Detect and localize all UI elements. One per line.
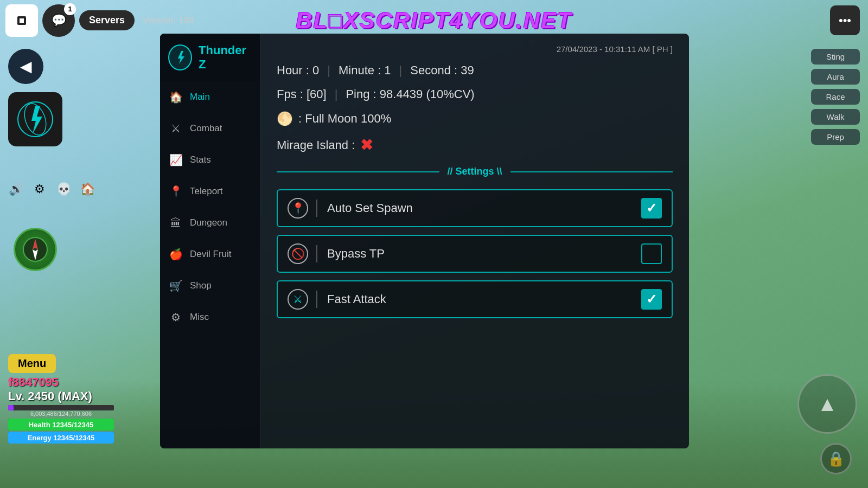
main-nav-label: Main: [190, 92, 210, 102]
right-side-hud: Sting Aura Race Walk Prep: [811, 49, 860, 145]
fps-ping-line: Fps : [60] | Ping : 98.4439 (10%CV): [277, 87, 673, 101]
mirage-label: Mirage Island :: [277, 138, 355, 152]
setting-row-auto-set-spawn[interactable]: 📍 Auto Set Spawn ✓: [277, 189, 673, 227]
sidebar-item-devil-fruit[interactable]: 🍎 Devil Fruit: [160, 239, 260, 270]
auto-set-spawn-checkbox[interactable]: ✓: [641, 198, 662, 219]
divider-left: [277, 171, 439, 172]
left-icons-row: 🔊 ⚙ 💀 🏠: [5, 179, 98, 200]
check-icon: ✓: [646, 201, 657, 216]
left-hud: ◀: [8, 49, 62, 152]
setting-row-bypass-tp[interactable]: 🚫 Bypass TP: [277, 235, 673, 273]
ping-label: Ping : 98.4439 (10%CV): [346, 87, 474, 101]
servers-button[interactable]: Servers: [79, 10, 135, 30]
shop-nav-label: Shop: [190, 280, 212, 291]
lock-icon[interactable]: 🔒: [820, 443, 852, 474]
walk-button[interactable]: Walk: [811, 109, 860, 125]
energy-text: Energy 12345/12345: [8, 432, 114, 444]
gear-icon[interactable]: ⚙: [29, 179, 50, 200]
stats-nav-icon: 📈: [168, 152, 183, 168]
svg-rect-2: [20, 18, 24, 23]
divider-right: [510, 171, 673, 172]
health-bar-wrap: Health 12345/12345: [8, 419, 114, 431]
thunder-logo: [168, 44, 192, 70]
mirage-line: Mirage Island : ✖: [277, 136, 673, 154]
joystick[interactable]: ▲: [797, 374, 857, 434]
sidebar-item-combat[interactable]: ⚔ Combat: [160, 113, 260, 144]
panel-title: Thunder Z: [199, 43, 252, 72]
dungeon-nav-icon: 🏛: [168, 215, 183, 230]
moon-icon: 🌕: [277, 111, 293, 126]
sep2: |: [399, 63, 403, 78]
player-id: f8847095: [8, 375, 114, 389]
content-area: 27/04/2023 - 10:31:11 AM [ PH ] Hour : 0…: [260, 34, 689, 448]
bypass-tp-checkbox[interactable]: [641, 243, 662, 264]
shop-nav-icon: 🛒: [168, 278, 183, 293]
time-info-line: Hour : 0 | Minute : 1 | Second : 39: [277, 63, 673, 78]
sidebar-item-stats[interactable]: 📈 Stats: [160, 144, 260, 176]
svg-marker-5: [31, 106, 42, 134]
more-button[interactable]: •••: [830, 5, 860, 35]
prep-button[interactable]: Prep: [811, 129, 860, 145]
fps-label: Fps : [60]: [277, 87, 327, 101]
datetime-row: 27/04/2023 - 10:31:11 AM [ PH ]: [277, 44, 673, 54]
settings-label: // Settings \\: [448, 166, 502, 177]
teleport-nav-icon: 📍: [168, 184, 183, 199]
devil-fruit-nav-icon: 🍎: [168, 247, 183, 262]
sidebar-item-shop[interactable]: 🛒 Shop: [160, 270, 260, 301]
bypass-tp-label: Bypass TP: [327, 247, 641, 261]
aura-button[interactable]: Aura: [811, 69, 860, 85]
player-level: Lv. 2450 (MAX): [8, 389, 114, 403]
nav-items-container: 🏠 Main ⚔ Combat 📈 Stats 📍 Teleport 🏛 Dun…: [160, 81, 260, 333]
bypass-tp-divider: [316, 245, 317, 262]
devil-fruit-nav-label: Devil Fruit: [190, 249, 232, 260]
version-text: Version: 198: [143, 15, 194, 26]
setting-row-fast-attack[interactable]: ⚔ Fast Attack ✓: [277, 280, 673, 318]
sep3: |: [335, 87, 338, 101]
sidebar-nav: Thunder Z 🏠 Main ⚔ Combat 📈 Stats 📍 Tele…: [160, 34, 260, 448]
sidebar-item-teleport[interactable]: 📍 Teleport: [160, 176, 260, 207]
sound-icon[interactable]: 🔊: [5, 179, 26, 200]
sidebar-item-misc[interactable]: ⚙ Misc: [160, 301, 260, 333]
sep1: |: [327, 63, 330, 78]
fast-attack-icon: ⚔: [288, 289, 308, 310]
misc-nav-label: Misc: [190, 312, 209, 323]
chat-button[interactable]: 💬 1: [42, 4, 75, 37]
roblox-icon[interactable]: [5, 4, 38, 37]
combat-nav-icon: ⚔: [168, 121, 183, 136]
moon-label: : Full Moon 100%: [298, 112, 391, 126]
second-label: Second : 39: [410, 63, 474, 78]
moon-line: 🌕 : Full Moon 100%: [277, 111, 673, 126]
combat-nav-label: Combat: [190, 123, 222, 134]
settings-divider: // Settings \\: [277, 166, 673, 177]
sidebar-item-main[interactable]: 🏠 Main: [160, 81, 260, 113]
joystick-arrow-icon: ▲: [817, 393, 838, 416]
fast-attack-label: Fast Attack: [327, 292, 641, 306]
menu-button[interactable]: Menu: [8, 354, 56, 373]
sting-button[interactable]: Sting: [811, 49, 860, 65]
house-icon[interactable]: 🏠: [77, 179, 98, 200]
main-panel: Thunder Z 🏠 Main ⚔ Combat 📈 Stats 📍 Tele…: [160, 34, 689, 448]
site-title: BL□XSCRIPT4YOU.NET: [296, 8, 572, 34]
right-controls: ▲: [797, 374, 857, 434]
fast-attack-checkbox[interactable]: ✓: [641, 289, 662, 310]
chat-badge: 1: [64, 3, 76, 15]
race-button[interactable]: Race: [811, 89, 860, 105]
compass: [14, 228, 57, 271]
auto-set-spawn-divider: [316, 200, 317, 217]
svg-marker-9: [178, 51, 184, 64]
sidebar-item-dungeon[interactable]: 🏛 Dungeon: [160, 207, 260, 239]
check-icon: ✓: [646, 292, 657, 307]
hour-label: Hour : 0: [277, 63, 319, 78]
panel-header: Thunder Z: [160, 34, 260, 81]
main-nav-icon: 🏠: [168, 89, 183, 105]
settings-rows-container: 📍 Auto Set Spawn ✓ 🚫 Bypass TP ⚔ Fast At…: [277, 189, 673, 318]
energy-bar-wrap: Energy 12345/12345: [8, 432, 114, 444]
auto-set-spawn-label: Auto Set Spawn: [327, 201, 641, 215]
teleport-nav-label: Teleport: [190, 186, 222, 197]
back-arrow-button[interactable]: ◀: [8, 49, 43, 84]
dungeon-nav-label: Dungeon: [190, 217, 227, 228]
auto-set-spawn-icon: 📍: [288, 198, 308, 219]
thunder-icon-box: [8, 92, 62, 146]
skull-icon[interactable]: 💀: [53, 179, 74, 200]
mirage-status-icon: ✖: [360, 136, 373, 154]
